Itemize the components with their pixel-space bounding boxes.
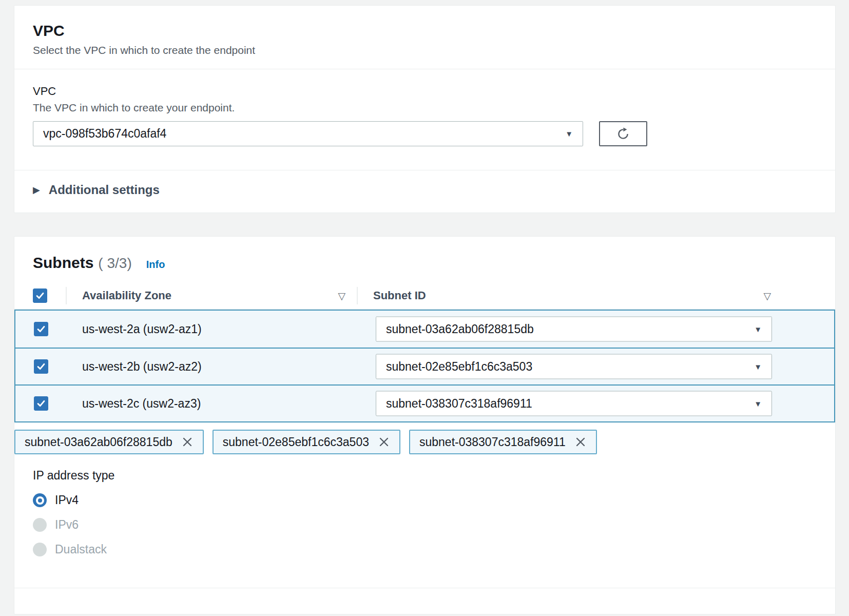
vpc-panel-header: VPC Select the VPC in which to create th… [14,6,835,69]
radio-option-ipv6: IPv6 [33,518,817,532]
additional-settings-expander[interactable]: ▶ Additional settings [33,170,817,213]
subnet-token: subnet-02e85ebf1c6c3a503 [213,430,400,454]
row-checkbox[interactable] [34,396,48,411]
subnets-table-body: us-west-2a (usw2-az1) subnet-03a62ab06f2… [14,310,835,422]
chevron-down-icon: ▼ [754,399,762,408]
vpc-select[interactable]: vpc-098f53b674c0afaf4 ▼ [33,121,583,146]
ip-address-type-section: IP address type IPv4 IPv6 Dualstack [14,454,835,572]
radio-label-ipv6: IPv6 [55,518,79,532]
table-row[interactable]: us-west-2a (usw2-az1) subnet-03a62ab06f2… [15,311,834,348]
divider [14,588,835,588]
close-icon[interactable] [378,436,390,448]
token-label: subnet-03a62ab06f28815db [25,435,172,449]
subnets-title: Subnets [33,254,93,272]
header-divider [66,287,67,304]
subnet-id-select[interactable]: subnet-03a62ab06f28815db ▼ [376,317,772,342]
chevron-down-icon: ▼ [754,325,762,334]
chevron-down-icon: ▼ [565,129,573,138]
subnet-id-select[interactable]: subnet-038307c318af96911 ▼ [376,391,772,416]
availability-zone-value: us-west-2b (usw2-az2) [82,360,202,374]
token-label: subnet-038307c318af96911 [419,435,566,449]
vpc-panel-title: VPC [33,22,817,40]
column-header-availability-zone: Availability Zone [82,289,171,302]
close-icon[interactable] [574,436,587,448]
radio-disabled-icon [33,518,47,532]
subnet-id-select[interactable]: subnet-02e85ebf1c6c3a503 ▼ [376,354,772,379]
table-row[interactable]: us-west-2c (usw2-az3) subnet-038307c318a… [15,384,834,421]
table-row[interactable]: us-west-2b (usw2-az2) subnet-02e85ebf1c6… [15,348,834,384]
additional-settings-label: Additional settings [49,183,160,197]
radio-disabled-icon [33,543,47,556]
vpc-field-description: The VPC in which to create your endpoint… [33,102,817,114]
header-divider [357,287,358,304]
radio-selected-icon[interactable] [33,493,47,507]
refresh-icon [616,127,630,141]
sort-icon-subnet-id[interactable]: ▽ [763,290,771,302]
subnet-id-value: subnet-02e85ebf1c6c3a503 [386,360,532,374]
column-header-subnet-id: Subnet ID [373,289,426,302]
close-icon[interactable] [181,436,194,448]
info-link[interactable]: Info [146,259,165,271]
vpc-panel: VPC Select the VPC in which to create th… [14,5,836,213]
sort-icon-availability-zone[interactable]: ▽ [338,290,345,302]
subnet-token: subnet-038307c318af96911 [409,430,597,454]
select-all-checkbox[interactable] [33,288,47,303]
subnets-panel-header: Subnets ( 3/3) Info [14,237,835,272]
chevron-down-icon: ▼ [754,362,762,371]
availability-zone-value: us-west-2c (usw2-az3) [82,397,201,411]
radio-label-ipv4: IPv4 [55,493,79,507]
expander-triangle-icon: ▶ [33,184,40,196]
radio-label-dualstack: Dualstack [55,543,107,556]
ip-address-type-label: IP address type [33,469,817,483]
row-checkbox[interactable] [34,359,48,374]
refresh-button[interactable] [599,121,647,146]
subnets-counter: ( 3/3) [98,255,131,272]
radio-option-dualstack: Dualstack [33,543,817,556]
row-checkbox[interactable] [34,322,48,336]
subnet-token: subnet-03a62ab06f28815db [14,430,204,454]
subnets-table-header: Availability Zone ▽ Subnet ID ▽ [14,282,835,310]
subnets-panel: Subnets ( 3/3) Info Availability Zone ▽ … [14,236,836,614]
availability-zone-value: us-west-2a (usw2-az1) [82,322,202,336]
vpc-panel-subtitle: Select the VPC in which to create the en… [33,44,817,56]
subnet-id-value: subnet-038307c318af96911 [386,397,532,411]
vpc-select-value: vpc-098f53b674c0afaf4 [43,127,166,141]
vpc-panel-body: VPC The VPC in which to create your endp… [14,69,835,213]
radio-option-ipv4[interactable]: IPv4 [33,493,817,507]
vpc-field-label: VPC [33,85,817,98]
subnet-id-value: subnet-03a62ab06f28815db [386,322,534,336]
selected-subnet-tokens: subnet-03a62ab06f28815db subnet-02e85ebf… [14,430,835,454]
token-label: subnet-02e85ebf1c6c3a503 [223,435,369,449]
